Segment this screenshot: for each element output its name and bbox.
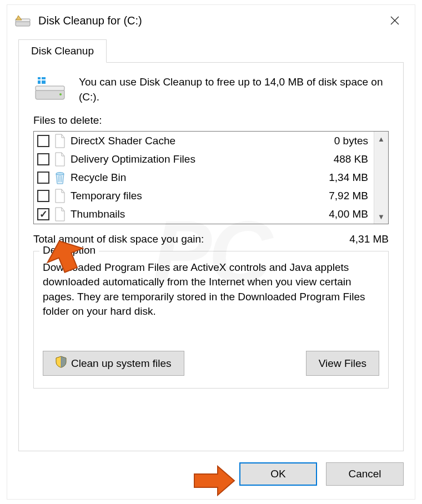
svg-point-8 — [56, 172, 64, 175]
file-icon — [54, 134, 66, 148]
window-title: Disk Cleanup for (C:) — [38, 14, 383, 27]
titlebar: Disk Cleanup for (C:) — [7, 5, 415, 36]
view-files-button[interactable]: View Files — [306, 351, 379, 376]
recycle-bin-icon — [54, 170, 66, 185]
scroll-up-icon[interactable]: ▲ — [378, 132, 385, 146]
checkbox[interactable] — [37, 208, 49, 220]
file-icon — [54, 189, 66, 203]
dialog-footer: OK Cancel — [7, 462, 404, 486]
svg-point-4 — [59, 93, 62, 95]
item-label: Recycle Bin — [71, 172, 324, 184]
description-group: Description Downloaded Program Files are… — [33, 251, 389, 389]
list-item[interactable]: Recycle Bin1,34 MB — [34, 168, 374, 187]
file-icon — [54, 152, 66, 167]
list-item[interactable]: Temporary files7,92 MB — [34, 187, 374, 205]
cancel-label: Cancel — [348, 468, 381, 480]
list-item[interactable]: Delivery Optimization Files488 KB — [34, 150, 374, 168]
intro-row: You can use Disk Cleanup to free up to 1… — [33, 75, 389, 104]
close-button[interactable] — [383, 8, 407, 33]
ok-button[interactable]: OK — [239, 462, 317, 486]
panel: You can use Disk Cleanup to free up to 1… — [18, 63, 404, 451]
scroll-down-icon[interactable]: ▼ — [378, 209, 385, 224]
file-icon — [54, 207, 66, 221]
total-row: Total amount of disk space you gain: 4,3… — [33, 233, 389, 245]
description-text: Downloaded Program Files are ActiveX con… — [43, 260, 379, 319]
tab-disk-cleanup[interactable]: Disk Cleanup — [18, 39, 107, 63]
tabstrip: Disk Cleanup — [18, 39, 404, 63]
cleanup-button-label: Clean up system files — [71, 357, 172, 370]
item-label: DirectX Shader Cache — [71, 135, 330, 147]
item-label: Thumbnails — [71, 208, 324, 220]
item-size: 0 bytes — [334, 135, 370, 147]
disk-cleanup-dialog: Disk Cleanup for (C:) Disk Cleanup You c… — [7, 4, 415, 500]
cleanup-system-files-button[interactable]: Clean up system files — [43, 351, 184, 376]
view-files-label: View Files — [319, 357, 366, 370]
svg-rect-7 — [38, 79, 46, 80]
shield-icon — [56, 356, 67, 371]
drive-sweep-icon — [15, 14, 31, 27]
scrollbar[interactable]: ▲ ▼ — [374, 132, 388, 224]
item-size: 1,34 MB — [329, 172, 370, 184]
checkbox[interactable] — [37, 153, 49, 165]
checkbox[interactable] — [37, 190, 49, 202]
list-item[interactable]: DirectX Shader Cache0 bytes — [34, 132, 374, 150]
item-label: Delivery Optimization Files — [71, 153, 329, 165]
checkbox[interactable] — [37, 135, 49, 147]
checkbox[interactable] — [37, 172, 49, 184]
item-label: Temporary files — [71, 190, 324, 202]
total-label: Total amount of disk space you gain: — [33, 233, 204, 245]
list-item[interactable]: Thumbnails4,00 MB — [34, 205, 374, 223]
description-heading: Description — [39, 244, 99, 256]
ok-label: OK — [270, 468, 285, 480]
item-size: 488 KB — [334, 153, 370, 165]
intro-text: You can use Disk Cleanup to free up to 1… — [79, 75, 389, 104]
files-to-delete-label: Files to delete: — [33, 114, 389, 127]
files-listbox[interactable]: DirectX Shader Cache0 bytesDelivery Opti… — [33, 131, 389, 224]
item-size: 4,00 MB — [329, 208, 370, 220]
cancel-button[interactable]: Cancel — [326, 462, 404, 486]
svg-rect-3 — [36, 86, 64, 90]
item-size: 7,92 MB — [329, 190, 370, 202]
total-value: 4,31 MB — [349, 233, 389, 245]
drive-icon — [33, 75, 67, 102]
